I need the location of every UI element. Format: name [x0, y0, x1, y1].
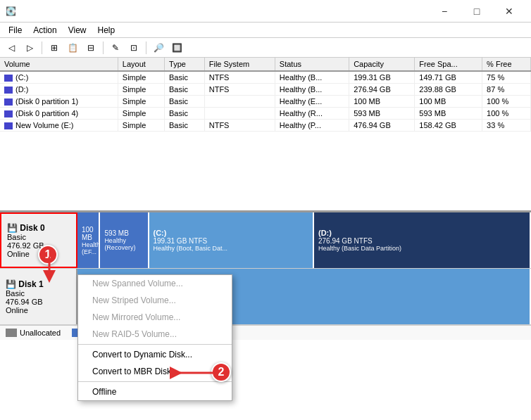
table-row[interactable]: (D:) Simple Basic NTFS Healthy (B... 276… — [0, 84, 531, 96]
col-filesystem[interactable]: File System — [204, 58, 275, 71]
disk-type-disk0: Basic — [7, 233, 70, 241]
ctx-item-new-raid-5-volume...: New RAID-5 Volume... — [78, 326, 232, 343]
toolbar-btn6[interactable]: 🔎 — [150, 40, 167, 56]
col-pctfree[interactable]: % Free — [482, 58, 531, 71]
disk-segment-0-3[interactable]: (D:) 276.94 GB NTFS Healthy (Basic Data … — [314, 212, 531, 268]
disk-segments-disk0: 100 MB Healthy (EF... 593 MB Healthy (Re… — [77, 212, 531, 268]
ctx-separator-4 — [78, 344, 232, 345]
menu-view[interactable]: View — [63, 24, 92, 37]
col-type[interactable]: Type — [165, 58, 205, 71]
seg-sublabel: 276.94 GB NTFS — [318, 237, 525, 245]
close-button[interactable]: ✕ — [493, 0, 525, 23]
maximize-button[interactable]: □ — [461, 0, 493, 23]
seg-sublabel2: Healthy (Recovery) — [104, 237, 143, 251]
disk-name-disk1: 💾 Disk 1 — [6, 279, 70, 289]
disk-size-disk0: 476.92 GB — [7, 241, 70, 250]
toolbar-btn7[interactable]: 🔲 — [168, 40, 185, 56]
disk-name-disk0: 💾 Disk 0 — [7, 223, 70, 233]
legend-box-unallocated — [6, 329, 17, 337]
toolbar-btn1[interactable]: ⊞ — [46, 40, 63, 56]
legend-unallocated: Unallocated — [6, 329, 61, 337]
ctx-separator-7 — [78, 381, 232, 382]
seg-sublabel2: Healthy (Basic Data Partition) — [318, 245, 525, 252]
menu-action[interactable]: Action — [27, 24, 62, 37]
disk-segment-0-0[interactable]: 100 MB Healthy (EF... — [77, 212, 100, 268]
col-freespace[interactable]: Free Spa... — [415, 58, 482, 71]
seg-sublabel2: Healthy (EF... — [82, 241, 94, 255]
col-capacity[interactable]: Capacity — [349, 58, 415, 71]
seg-sublabel: 199.31 GB NTFS — [154, 237, 309, 245]
disk-label-disk1[interactable]: 💾 Disk 1 Basic 476.94 GB Online — [0, 269, 77, 324]
title-bar-left: 💽 — [6, 6, 20, 16]
toolbar: ◁ ▷ ⊞ 📋 ⊟ ✎ ⊡ 🔎 🔲 — [0, 38, 531, 58]
table-row[interactable]: New Volume (E:) Simple Basic NTFS Health… — [0, 120, 531, 132]
toolbar-forward[interactable]: ▷ — [21, 40, 38, 56]
toolbar-btn3[interactable]: ⊟ — [82, 40, 99, 56]
disk-row-disk0[interactable]: 💾 Disk 0 Basic 476.92 GB Online 100 MB H… — [0, 212, 531, 269]
annotation-2: 2 — [211, 362, 231, 382]
minimize-button[interactable]: − — [428, 0, 461, 23]
ctx-item-convert-to-dynamic-disk...[interactable]: Convert to Dynamic Disk... — [78, 346, 232, 363]
ctx-item-new-striped-volume...: New Striped Volume... — [78, 292, 232, 309]
seg-sublabel: 593 MB — [104, 229, 143, 237]
disk-type-disk1: Basic — [6, 289, 70, 298]
annotation-1: 1 — [38, 245, 58, 265]
col-volume[interactable]: Volume — [0, 58, 118, 71]
title-controls: − □ ✕ — [428, 0, 525, 23]
toolbar-back[interactable]: ◁ — [3, 40, 20, 56]
disk-status-disk1: Online — [6, 306, 70, 314]
volume-table: Volume Layout Type File System Status Ca… — [0, 58, 531, 132]
table-row[interactable]: (Disk 0 partition 1) Simple Basic Health… — [0, 96, 531, 108]
table-row[interactable]: (C:) Simple Basic NTFS Healthy (B... 199… — [0, 71, 531, 84]
col-layout[interactable]: Layout — [118, 58, 164, 71]
toolbar-btn5[interactable]: ⊡ — [125, 40, 142, 56]
disk-segment-0-1[interactable]: 593 MB Healthy (Recovery) — [100, 212, 149, 268]
col-status[interactable]: Status — [275, 58, 349, 71]
disk-size-disk1: 476.94 GB — [6, 298, 70, 306]
ctx-item-offline[interactable]: Offline — [78, 383, 232, 400]
title-bar: 💽 − □ ✕ — [0, 0, 531, 23]
seg-sublabel2: Healthy (Boot, Basic Dat... — [154, 245, 309, 252]
menu-bar: File Action View Help — [0, 23, 531, 38]
context-menu: New Spanned Volume...New Striped Volume.… — [77, 274, 232, 401]
table-row[interactable]: (Disk 0 partition 4) Simple Basic Health… — [0, 108, 531, 120]
menu-file[interactable]: File — [3, 24, 27, 37]
seg-sublabel: 100 MB — [82, 226, 94, 241]
disk-segment-0-2[interactable]: (C:) 199.31 GB NTFS Healthy (Boot, Basic… — [149, 212, 315, 268]
menu-help[interactable]: Help — [92, 24, 121, 37]
table-area: Volume Layout Type File System Status Ca… — [0, 58, 531, 212]
seg-label: (C:) — [154, 229, 309, 237]
ctx-item-new-spanned-volume...: New Spanned Volume... — [78, 275, 232, 292]
toolbar-btn4[interactable]: ✎ — [107, 40, 124, 56]
legend-label-unallocated: Unallocated — [20, 329, 61, 337]
app-icon: 💽 — [6, 6, 16, 16]
toolbar-btn2[interactable]: 📋 — [64, 40, 81, 56]
ctx-item-convert-to-mbr-disk[interactable]: Convert to MBR Disk — [78, 363, 232, 380]
ctx-item-new-mirrored-volume...: New Mirrored Volume... — [78, 309, 232, 326]
seg-label: (D:) — [318, 229, 525, 237]
